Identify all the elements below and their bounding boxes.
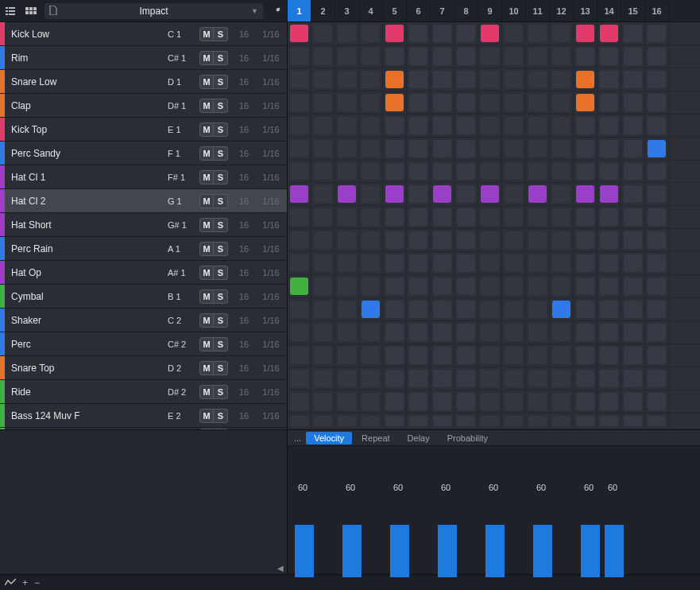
step-cell[interactable] (288, 321, 311, 344)
step-cell[interactable] (574, 275, 598, 297)
step-cell[interactable] (526, 275, 550, 297)
track-length[interactable]: 16 (233, 363, 255, 373)
step-cell[interactable] (550, 367, 574, 390)
step-cell[interactable] (311, 206, 335, 228)
step-cell[interactable] (526, 390, 550, 413)
step-cell[interactable] (454, 68, 478, 91)
step-cell[interactable] (454, 229, 478, 251)
track-length[interactable]: 16 (233, 411, 255, 421)
step-cell[interactable] (335, 68, 359, 91)
velocity-bar[interactable]: 60 (431, 449, 454, 577)
step-cell[interactable] (574, 367, 598, 390)
step-cell[interactable] (431, 183, 454, 205)
step-cell[interactable] (288, 138, 311, 160)
remove-button[interactable]: − (34, 577, 40, 588)
step-cell[interactable] (526, 138, 550, 160)
step-cell[interactable] (311, 390, 335, 413)
step-cell[interactable] (574, 68, 598, 91)
step-cell[interactable] (431, 22, 454, 45)
step-cell[interactable] (383, 229, 407, 251)
track-length[interactable]: 16 (233, 173, 255, 182)
list-view-icon[interactable] (0, 0, 21, 21)
step-cell[interactable] (407, 91, 431, 114)
step-cell[interactable] (359, 413, 383, 429)
mute-button[interactable]: M (199, 429, 214, 429)
mute-button[interactable]: M (199, 170, 214, 184)
solo-button[interactable]: S (214, 266, 228, 280)
step-header-12[interactable]: 12 (550, 0, 574, 21)
mute-button[interactable]: M (199, 409, 214, 423)
step-cell[interactable] (502, 161, 526, 183)
step-cell[interactable] (311, 183, 335, 205)
step-cell[interactable] (407, 390, 431, 413)
step-cell[interactable] (288, 206, 311, 228)
step-cell[interactable] (526, 367, 550, 390)
step-cell[interactable] (335, 344, 359, 367)
step-cell[interactable] (311, 161, 335, 183)
step-cell[interactable] (598, 413, 621, 429)
step-cell[interactable] (526, 413, 550, 429)
step-cell[interactable] (383, 45, 407, 68)
step-cell[interactable] (359, 68, 383, 91)
step-cell[interactable] (311, 298, 335, 320)
track-resolution[interactable]: 1/16 (255, 196, 287, 206)
step-cell[interactable] (526, 22, 550, 45)
step-cell[interactable] (335, 390, 359, 413)
solo-button[interactable]: S (214, 146, 228, 161)
step-cell[interactable] (288, 183, 311, 205)
step-cell[interactable] (431, 413, 454, 429)
step-cell[interactable] (383, 68, 407, 91)
step-cell[interactable] (383, 252, 407, 274)
track-row[interactable]: Snare LowD 1MS161/16 (0, 70, 287, 94)
step-cell[interactable] (574, 138, 598, 160)
step-cell[interactable] (574, 91, 598, 114)
step-cell[interactable] (526, 161, 550, 183)
track-resolution[interactable]: 1/16 (255, 220, 287, 230)
solo-button[interactable]: S (214, 385, 228, 399)
track-row[interactable]: Arp 124 Muv FF 2MS161/16 (0, 428, 287, 429)
step-cell[interactable] (550, 22, 574, 45)
step-cell[interactable] (645, 68, 669, 91)
step-cell[interactable] (621, 229, 645, 251)
step-cell[interactable] (478, 68, 502, 91)
track-length[interactable]: 16 (233, 316, 255, 325)
step-cell[interactable] (574, 252, 598, 274)
step-cell[interactable] (645, 45, 669, 68)
step-cell[interactable] (621, 183, 645, 205)
step-cell[interactable] (383, 275, 407, 297)
step-cell[interactable] (288, 298, 311, 320)
track-row[interactable]: Hat OpA# 1MS161/16 (0, 261, 287, 285)
solo-button[interactable]: S (214, 313, 228, 328)
step-cell[interactable] (574, 229, 598, 251)
step-cell[interactable] (502, 390, 526, 413)
step-cell[interactable] (407, 344, 431, 367)
step-cell[interactable] (574, 321, 598, 344)
param-tab-repeat[interactable]: Repeat (354, 432, 397, 444)
step-header-11[interactable]: 11 (526, 0, 550, 21)
step-cell[interactable] (550, 275, 574, 297)
param-tab-delay[interactable]: Delay (400, 432, 438, 444)
mute-button[interactable]: M (199, 289, 214, 304)
step-cell[interactable] (550, 252, 574, 274)
step-cell[interactable] (335, 275, 359, 297)
step-cell[interactable] (311, 321, 335, 344)
step-cell[interactable] (574, 298, 598, 320)
step-cell[interactable] (335, 22, 359, 45)
track-resolution[interactable]: 1/16 (255, 411, 287, 421)
step-cell[interactable] (478, 344, 502, 367)
step-cell[interactable] (598, 367, 621, 390)
step-cell[interactable] (454, 275, 478, 297)
step-cell[interactable] (311, 115, 335, 137)
track-row[interactable]: RimC# 1MS161/16 (0, 46, 287, 70)
step-cell[interactable] (645, 252, 669, 274)
step-cell[interactable] (407, 229, 431, 251)
step-cell[interactable] (335, 45, 359, 68)
step-cell[interactable] (359, 183, 383, 205)
step-cell[interactable] (574, 45, 598, 68)
step-cell[interactable] (478, 138, 502, 160)
step-cell[interactable] (645, 206, 669, 228)
step-cell[interactable] (502, 206, 526, 228)
solo-button[interactable]: S (214, 242, 228, 256)
step-cell[interactable] (335, 367, 359, 390)
tab-more-icon[interactable]: ... (291, 433, 304, 443)
